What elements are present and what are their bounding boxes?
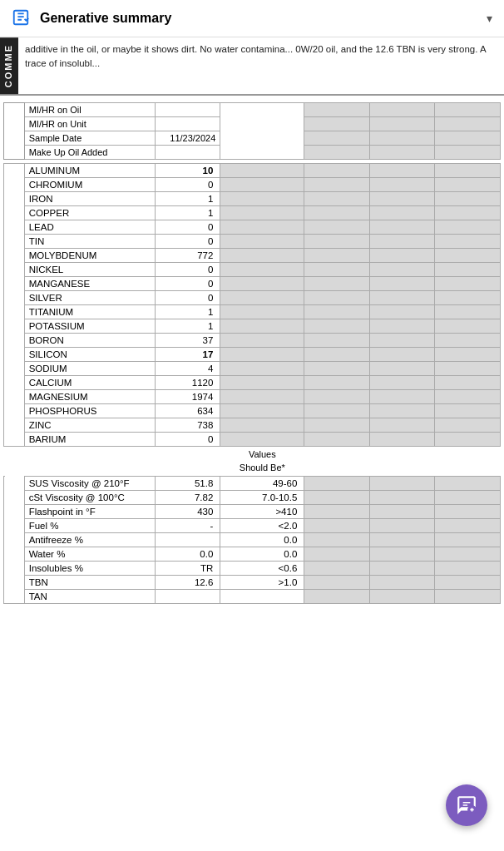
extra-cell-2 (369, 178, 435, 192)
table-row: Insolubles %TR<0.6 (4, 561, 501, 575)
extra-cell-3 (435, 249, 501, 263)
table-row: ELEMENTS IN PARTS PER MILLIONALUMINUM10 (4, 164, 501, 178)
table-row: SODIUM4 (4, 362, 501, 376)
extra-cell-3 (435, 178, 501, 192)
extra-cell-2 (369, 348, 435, 362)
unit-avg-cell (220, 404, 304, 418)
element-value: 0 (155, 277, 220, 291)
extra-cell-2 (369, 291, 435, 305)
table-row: TAN (4, 589, 501, 603)
property-should-be: >1.0 (220, 575, 304, 589)
unit-avg-cell (220, 249, 304, 263)
unit-avg-cell (220, 305, 304, 319)
extra-cell-2 (369, 433, 435, 447)
table-row: Fuel %-<2.0 (4, 518, 501, 532)
header: Generative summary ▾ (0, 0, 504, 37)
element-value: 0 (155, 433, 220, 447)
extra-cell-2 (369, 490, 435, 504)
element-value: 0 (155, 263, 220, 277)
element-name: IRON (24, 192, 155, 206)
extra-cell-1 (304, 532, 370, 547)
unit-avg-cell (220, 319, 304, 334)
extra-cell-3 (435, 334, 501, 348)
element-value: 0 (155, 220, 220, 235)
chevron-down-icon[interactable]: ▾ (487, 12, 492, 25)
extra-cell-2 (369, 334, 435, 348)
element-value: 1 (155, 192, 220, 206)
extra-cell-1 (304, 561, 370, 575)
values-should-be-label: ValuesShould Be* (220, 447, 304, 476)
extra-cell-3 (435, 291, 501, 305)
extra-col-1b (304, 117, 370, 131)
property-name: Insolubles % (24, 561, 155, 575)
extra-col-3 (435, 103, 501, 117)
extra-cell-2 (369, 164, 435, 178)
element-name: NICKEL (24, 263, 155, 277)
element-name: CALCIUM (24, 376, 155, 390)
property-should-be: <2.0 (220, 518, 304, 532)
element-name: CHROMIUM (24, 178, 155, 192)
table-row: BORON37 (4, 334, 501, 348)
unit-avg-cell (220, 220, 304, 235)
element-name: SODIUM (24, 362, 155, 376)
table-row: MOLYBDENUM772 (4, 249, 501, 263)
unit-avg-cell (220, 235, 304, 249)
table-row: PHOSPHORUS634 (4, 404, 501, 418)
element-value: 1 (155, 206, 220, 220)
extra-col-1d (304, 146, 370, 160)
element-value: 634 (155, 404, 220, 418)
unit-avg-cell (220, 206, 304, 220)
empty2 (24, 447, 155, 476)
element-name: MOLYBDENUM (24, 249, 155, 263)
table-row: POTASSIUM1 (4, 319, 501, 334)
table-row: IRON1 (4, 192, 501, 206)
extra-cell-1 (304, 404, 370, 418)
extra-cell-3 (435, 192, 501, 206)
property-value: 51.8 (155, 476, 220, 490)
property-name: SUS Viscosity @ 210°F (24, 476, 155, 490)
unit-avg-cell (220, 433, 304, 447)
extra-col-1c (304, 131, 370, 146)
fab-button[interactable] (446, 784, 487, 826)
table-row: TIN0 (4, 235, 501, 249)
property-should-be (220, 589, 304, 603)
element-name: SILVER (24, 291, 155, 305)
extra-cell-3 (435, 532, 501, 547)
unit-avg-cell (220, 376, 304, 390)
table-row: BARIUM0 (4, 433, 501, 447)
extra-cell-1 (304, 433, 370, 447)
element-name: ZINC (24, 418, 155, 433)
unit-avg-header: UNIT / LOCATION AVERAGES (220, 103, 304, 160)
element-value: 1 (155, 319, 220, 334)
unit-avg-cell (220, 164, 304, 178)
values-should-be-table: ValuesShould Be* (3, 447, 501, 476)
header-title: Generative summary (40, 11, 487, 26)
property-should-be: >410 (220, 504, 304, 518)
unit-avg-cell (220, 362, 304, 376)
element-name: POTASSIUM (24, 319, 155, 334)
extra-cell-2 (369, 319, 435, 334)
properties-table: PROPERTIESSUS Viscosity @ 210°F51.849-60… (3, 476, 501, 604)
elements-sidebar-label: ELEMENTS IN PARTS PER MILLION (4, 164, 25, 447)
extra-cell-2 (369, 249, 435, 263)
extra-cell-1 (304, 348, 370, 362)
extra-cell-1 (304, 504, 370, 518)
extra-cell-3 (435, 476, 501, 490)
meta-rows: MI/HR on Oil UNIT / LOCATION AVERAGES MI… (4, 103, 501, 164)
property-name: Antifreeze % (24, 532, 155, 547)
extra-cell-2 (369, 589, 435, 603)
main-table: MI/HR on Oil UNIT / LOCATION AVERAGES MI… (3, 102, 501, 447)
property-should-be: 0.0 (220, 532, 304, 547)
element-name: SILICON (24, 348, 155, 362)
extra-col-2b (369, 117, 435, 131)
extra-cell-1 (304, 334, 370, 348)
element-name: TITANIUM (24, 305, 155, 319)
extra-cell-1 (304, 362, 370, 376)
unit-avg-cell (220, 178, 304, 192)
extra-col-2c (369, 131, 435, 146)
extra-cell-2 (369, 206, 435, 220)
extra-cell-3 (435, 433, 501, 447)
table-row: SILVER0 (4, 291, 501, 305)
extra-cell-1 (304, 206, 370, 220)
element-value: 1 (155, 305, 220, 319)
